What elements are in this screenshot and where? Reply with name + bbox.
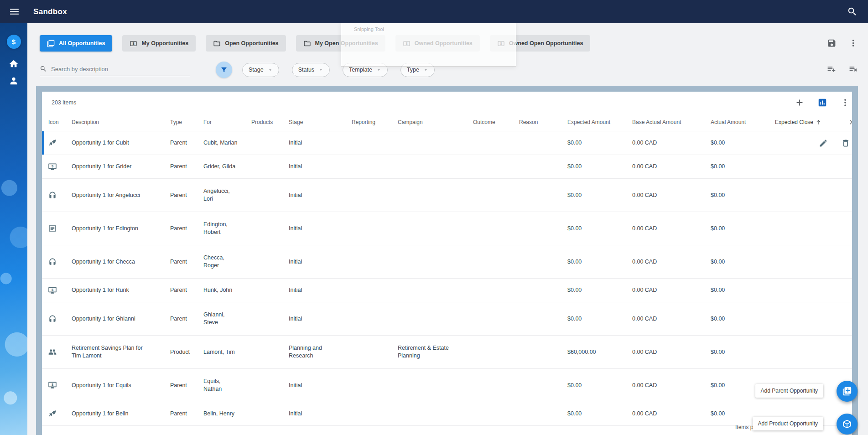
filter-chip-status[interactable]: Status [292, 63, 330, 77]
fab-tooltip: Add Product Opportunity [753, 417, 823, 430]
add-parent-opportunity-button[interactable] [837, 381, 858, 402]
dollar-icon: $ [12, 38, 16, 46]
delete-icon[interactable] [841, 139, 850, 148]
more-columns-button[interactable] [847, 118, 852, 126]
cell-reason [519, 139, 567, 147]
column-header-products[interactable]: Products [251, 119, 289, 125]
playlist-remove-icon[interactable] [848, 64, 858, 73]
add-product-icon [842, 419, 852, 429]
table-row[interactable]: Opportunity 1 for AngelucciParentAngeluc… [42, 179, 852, 212]
cell-products [251, 163, 289, 171]
add-icon[interactable] [795, 98, 805, 108]
playlist-add-icon[interactable] [826, 64, 836, 73]
table-row[interactable]: Retirement Savings Plan for Tim LamontPr… [42, 336, 852, 369]
chart-view-icon[interactable] [817, 98, 827, 108]
cell-description: Opportunity 1 for Edington [72, 221, 170, 237]
table-row[interactable]: Opportunity 1 for GhianniParentGhianni, … [42, 302, 852, 336]
cell-reason [519, 224, 567, 233]
table-row[interactable]: Opportunity 1 for CubitParentCubit, Mari… [42, 131, 852, 155]
monitor-cash-icon [48, 381, 57, 390]
view-tab-label: All Opportunities [59, 40, 105, 47]
person-icon[interactable] [9, 76, 19, 86]
cell-for: Lamont, Tim [203, 344, 249, 360]
column-header-expected-close[interactable]: Expected Close [775, 119, 847, 125]
cell-reason [519, 258, 567, 266]
save-icon[interactable] [827, 38, 837, 48]
home-icon[interactable] [9, 59, 19, 69]
table-row[interactable]: Opportunity 1 for GriderParentGrider, Gi… [42, 155, 852, 179]
table-header-row: IconDescriptionTypeForProductsStageRepor… [42, 113, 852, 131]
cell-campaign [398, 286, 473, 295]
column-header-for[interactable]: For [203, 119, 251, 125]
search-icon[interactable] [847, 6, 858, 17]
column-header-campaign[interactable]: Campaign [398, 119, 473, 125]
cell-description: Opportunity 1 for Cubit [72, 135, 170, 151]
table-row[interactable]: Opportunity 1 for RunkParentRunk, JohnIn… [42, 279, 852, 302]
headset-icon [48, 191, 57, 200]
column-header-icon[interactable]: Icon [42, 119, 72, 125]
cell-outcome [473, 381, 519, 389]
cell-for: Grider, Gilda [203, 159, 249, 175]
snipping-tool-label: Snipping Tool [354, 26, 384, 32]
table-row[interactable]: Opportunity 1 for EdingtonParentEdington… [42, 212, 852, 245]
add-product-opportunity-button[interactable] [837, 414, 858, 435]
column-header-description[interactable]: Description [72, 119, 170, 125]
headset-icon [48, 314, 57, 323]
edit-icon[interactable] [819, 139, 828, 148]
money-card-icon [130, 40, 137, 47]
table-more-options-icon[interactable] [840, 98, 850, 108]
sidebar: $ [0, 23, 27, 435]
menu-icon[interactable] [9, 6, 20, 17]
column-header-expected-amount[interactable]: Expected Amount [567, 119, 632, 125]
cell-actual-amount: $0.00 [711, 344, 775, 360]
fab-tooltip: Add Parent Opportunity [755, 384, 823, 398]
cell-type: Parent [170, 135, 203, 151]
pagination: Items per page [42, 419, 852, 435]
cell-for: Checca, Roger [203, 250, 249, 274]
table-toolbar: 203 items [42, 92, 852, 113]
view-tab-all-opportunities[interactable]: All Opportunities [40, 35, 112, 52]
row-type-icon-cell [42, 343, 72, 361]
more-options-icon[interactable] [848, 38, 858, 48]
cell-reporting [352, 381, 398, 389]
view-tab-my-opportunities[interactable]: My Opportunities [122, 35, 196, 52]
sidebar-item-opportunities[interactable]: $ [7, 35, 21, 49]
search-input[interactable] [51, 66, 190, 72]
column-header-actual-amount[interactable]: Actual Amount [711, 119, 775, 125]
cell-stage: Initial [289, 378, 352, 394]
cell-end [847, 315, 852, 323]
column-header-label: Campaign [398, 119, 423, 125]
column-header-label: Expected Amount [567, 119, 610, 125]
column-header-label: Outcome [473, 119, 495, 125]
table-row[interactable]: Opportunity 1 for CheccaParentChecca, Ro… [42, 245, 852, 279]
column-header-reason[interactable]: Reason [519, 119, 567, 125]
filter-chip-stage[interactable]: Stage [242, 63, 279, 77]
column-header-stage[interactable]: Stage [289, 119, 352, 125]
table-row[interactable]: Opportunity 1 for EquilsParentEquils, Na… [42, 369, 852, 402]
cell-outcome [473, 191, 519, 199]
column-header-reporting[interactable]: Reporting [352, 119, 398, 125]
caret-down-icon [423, 67, 428, 72]
cell-expected-close [775, 224, 847, 233]
chevron-right-icon [847, 118, 852, 126]
caret-down-icon [268, 67, 273, 72]
column-header-outcome[interactable]: Outcome [473, 119, 519, 125]
column-header-type[interactable]: Type [170, 119, 203, 125]
cell-campaign [398, 139, 473, 147]
view-tab-open-opportunities[interactable]: Open Opportunities [206, 35, 286, 52]
cell-base-actual-amount: 0.00 CAD [632, 378, 711, 394]
cell-actual-amount: $0.00 [711, 254, 775, 270]
column-header-base-actual-amount[interactable]: Base Actual Amount [632, 119, 711, 125]
cell-type: Parent [170, 378, 203, 394]
filter-button[interactable] [216, 62, 232, 78]
cell-outcome [473, 410, 519, 418]
cell-description: Opportunity 1 for Ghianni [72, 311, 170, 327]
book-icon [48, 224, 57, 233]
headset-icon [48, 257, 57, 266]
cell-stage: Initial [289, 135, 352, 151]
cell-products [251, 381, 289, 389]
cell-products [251, 191, 289, 199]
column-header-label: Products [251, 119, 273, 125]
cell-stage: Initial [289, 159, 352, 175]
cell-for: Edington, Robert [203, 217, 249, 240]
